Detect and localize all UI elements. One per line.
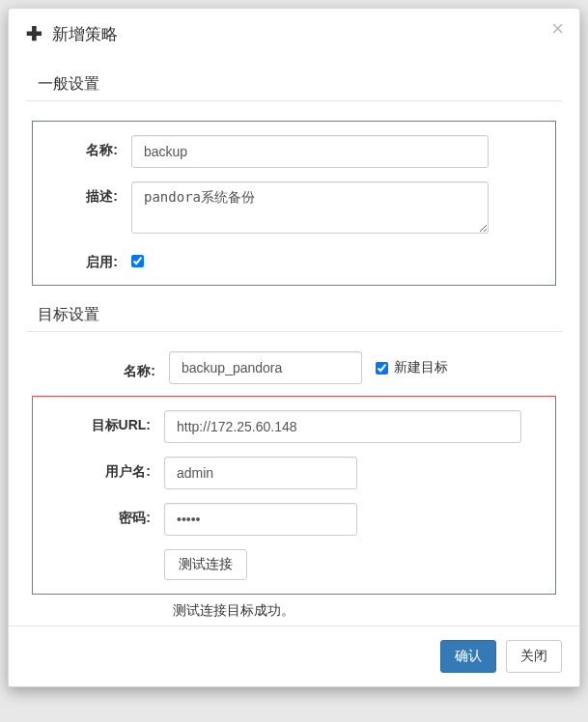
modal-add-policy: ✚ 新增策略 × 一般设置 名称: 描述: 启用: 目标设置 (8, 8, 580, 687)
target-name-input[interactable] (169, 351, 362, 384)
new-target-checkbox[interactable] (376, 362, 388, 375)
modal-title: 新增策略 (52, 23, 118, 45)
general-settings-box: 名称: 描述: 启用: (32, 121, 556, 286)
label-enable: 启用: (44, 247, 131, 271)
name-input[interactable] (131, 135, 489, 168)
pwd-input[interactable] (164, 503, 357, 536)
modal-header: ✚ 新增策略 × (9, 9, 579, 55)
url-input[interactable] (164, 410, 521, 443)
label-pwd: 密码: (33, 503, 164, 527)
test-result-message: 测试连接目标成功。 (173, 602, 562, 620)
modal-body: 一般设置 名称: 描述: 启用: 目标设置 名称: (9, 55, 579, 625)
plus-icon: ✚ (26, 22, 42, 45)
label-desc: 描述: (44, 181, 131, 206)
label-url: 目标URL: (33, 410, 164, 434)
label-spacer (33, 549, 164, 556)
ok-button[interactable]: 确认 (440, 640, 496, 673)
label-target-name: 名称: (26, 356, 169, 380)
new-target-label: 新建目标 (394, 359, 448, 376)
label-user: 用户名: (33, 457, 164, 481)
enable-checkbox[interactable] (131, 255, 144, 267)
label-name: 名称: (44, 135, 131, 159)
divider (26, 331, 562, 332)
section-title-target: 目标设置 (38, 305, 562, 325)
divider (26, 100, 562, 101)
section-title-general: 一般设置 (38, 74, 562, 95)
new-target-wrap[interactable]: 新建目标 (376, 359, 448, 376)
close-button[interactable]: 关闭 (506, 640, 562, 673)
modal-footer: 确认 关闭 (9, 625, 579, 686)
close-icon[interactable]: × (551, 18, 564, 40)
user-input[interactable] (164, 457, 357, 489)
test-connection-button[interactable]: 测试连接 (164, 549, 247, 580)
desc-textarea[interactable] (131, 181, 489, 234)
target-details-box: 目标URL: 用户名: 密码: 测试连接 (32, 396, 556, 595)
